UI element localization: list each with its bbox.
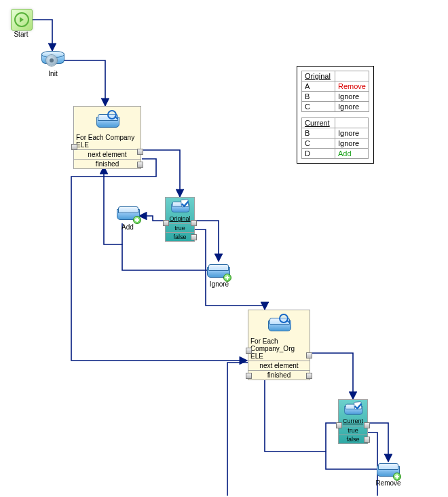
foreach-company-org-next: next element xyxy=(248,361,310,370)
files-search-icon xyxy=(96,111,118,129)
legend-row: CIgnore xyxy=(302,102,369,112)
original-node[interactable]: Original true false xyxy=(165,197,195,242)
legend-value: Ignore xyxy=(335,139,369,149)
remove-label: Remove xyxy=(372,479,405,487)
legend-row: BIgnore xyxy=(302,128,369,139)
database-gear-icon xyxy=(41,51,63,69)
legend-key: B xyxy=(302,92,335,102)
legend-value: Ignore xyxy=(335,128,369,139)
files-check-icon xyxy=(344,402,362,416)
legend-row: ARemove xyxy=(302,81,369,92)
current-title: Current xyxy=(339,418,367,426)
ignore-label: Ignore xyxy=(206,280,233,288)
legend-row: DAdd xyxy=(302,149,369,159)
legend-value: Ignore xyxy=(335,102,369,112)
init-node[interactable] xyxy=(41,51,63,69)
foreach-company-org-finished: finished xyxy=(248,370,310,380)
current-node[interactable]: Current true false xyxy=(338,399,368,444)
legend-original-title: Original xyxy=(302,71,335,81)
current-port-true-r xyxy=(364,422,370,428)
foreach-company-org-title: For Each Company_Org ELE xyxy=(248,337,310,361)
current-port-true-l xyxy=(336,422,342,428)
port-in xyxy=(71,144,77,150)
legend-key: C xyxy=(302,102,335,112)
original-title: Original xyxy=(166,215,194,223)
original-port-true-r xyxy=(191,220,197,226)
original-false: false xyxy=(166,232,194,241)
start-label: Start xyxy=(11,31,31,38)
legend-panel: Original ARemoveBIgnoreCIgnore Current B… xyxy=(297,66,374,164)
start-node[interactable] xyxy=(11,9,33,31)
port-finished-l xyxy=(246,373,252,379)
files-check-icon xyxy=(171,200,189,214)
port-next xyxy=(137,149,143,155)
add-label: Add xyxy=(115,223,140,231)
legend-original-table: Original ARemoveBIgnoreCIgnore xyxy=(301,71,369,112)
port-finished xyxy=(137,162,143,168)
legend-value: Ignore xyxy=(335,92,369,102)
legend-current-table: Current BIgnoreCIgnoreDAdd xyxy=(301,117,369,159)
legend-key: B xyxy=(302,128,335,139)
legend-key: D xyxy=(302,149,335,159)
foreach-company-org-node[interactable]: For Each Company_Org ELE next element fi… xyxy=(248,310,310,380)
add-node[interactable] xyxy=(117,204,138,221)
original-true: true xyxy=(166,223,194,232)
connector-layer xyxy=(0,0,448,497)
legend-key: C xyxy=(302,139,335,149)
original-port-false xyxy=(191,234,197,240)
foreach-company-next: next element xyxy=(74,149,141,159)
current-false: false xyxy=(339,435,367,443)
legend-current-title: Current xyxy=(302,118,335,128)
legend-key: A xyxy=(302,81,335,92)
port-next xyxy=(306,352,312,358)
legend-value: Remove xyxy=(335,81,369,92)
legend-row: BIgnore xyxy=(302,92,369,102)
play-circle-icon xyxy=(14,12,29,27)
original-port-true-l xyxy=(163,220,169,226)
ignore-node[interactable] xyxy=(207,261,229,279)
legend-value: Add xyxy=(335,149,369,159)
foreach-company-title: For Each Company ELE xyxy=(74,134,141,149)
current-true: true xyxy=(339,426,367,435)
init-label: Init xyxy=(39,70,67,77)
foreach-company-node[interactable]: For Each Company ELE next element finish… xyxy=(73,106,141,169)
legend-row: CIgnore xyxy=(302,139,369,149)
files-search-icon xyxy=(268,315,290,333)
current-port-false xyxy=(364,437,370,443)
foreach-company-finished: finished xyxy=(74,159,141,168)
diagram-canvas: Start Init For Each Company ELE next ele… xyxy=(0,0,448,497)
port-finished xyxy=(306,373,312,379)
remove-node[interactable] xyxy=(377,460,398,478)
port-in xyxy=(246,348,252,354)
